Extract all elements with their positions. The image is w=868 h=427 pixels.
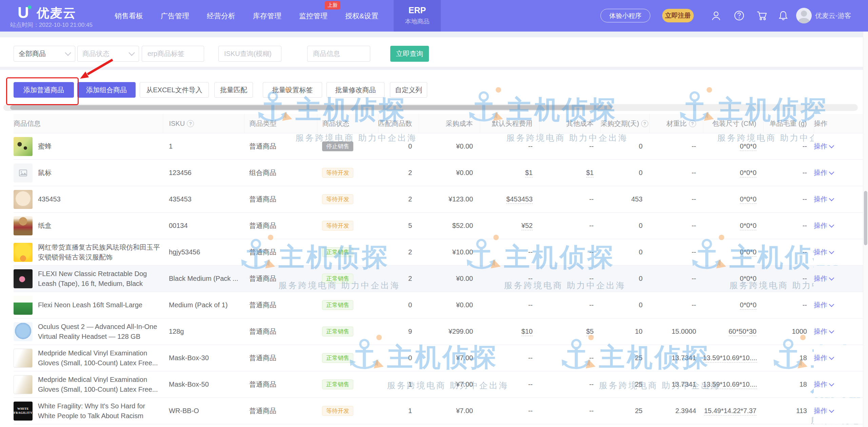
import-excel-button[interactable]: 从EXCEL文件导入 [140, 82, 209, 98]
nav-item-0[interactable]: 销售看板 [115, 11, 143, 21]
other-cost[interactable]: $1 [586, 169, 594, 177]
lead-time: 453 [631, 195, 643, 203]
product-info-input[interactable] [312, 50, 365, 58]
column-header-label: 商品类型 [250, 119, 277, 128]
info-icon[interactable]: ? [187, 120, 194, 127]
product-image: WHITE FRAGILITY [14, 402, 33, 421]
action-menu[interactable]: 操作 [814, 248, 833, 257]
first-leg-fee: -- [528, 354, 533, 362]
search-button[interactable]: 立即查询 [390, 46, 429, 62]
bell-icon[interactable] [778, 10, 789, 21]
package-size[interactable]: 60*50*30 [729, 328, 756, 336]
trial-mini-program-button[interactable]: 体验小程序 [600, 9, 650, 22]
action-menu[interactable]: 操作 [814, 168, 833, 177]
action-menu[interactable]: 操作 [814, 195, 833, 204]
batch-match-button[interactable]: 批量匹配 [214, 82, 253, 98]
first-leg-fee[interactable]: $10 [521, 328, 533, 336]
weight-ratio: 15.0000 [672, 328, 696, 335]
batch-edit-button[interactable]: 批量修改商品 [327, 82, 384, 98]
table-row: Flexi Neon Leash 16ft Small-LargeMedium … [14, 292, 863, 318]
action-label: 操作 [814, 274, 827, 283]
product-type: 普通商品 [249, 248, 276, 256]
customer-service-icon[interactable] [711, 10, 722, 21]
status-badge: 正常销售 [322, 274, 353, 284]
first-leg-fee[interactable]: ¥52 [521, 222, 533, 230]
nav-item-3[interactable]: 库存管理 [253, 11, 281, 21]
v-scrollbar-thumb[interactable] [864, 191, 867, 245]
nav-item-4[interactable]: 监控管理上新 [299, 11, 328, 21]
action-menu[interactable]: 操作 [814, 221, 833, 230]
nav-item-2[interactable]: 经营分析 [207, 11, 235, 21]
lead-time: 0 [639, 169, 643, 176]
avatar[interactable] [796, 8, 812, 23]
first-leg-fee[interactable]: $453453 [506, 195, 533, 204]
batch-tag-button[interactable]: 批量设置标签 [263, 82, 322, 98]
package-size[interactable]: 0*0*0 [740, 195, 756, 204]
column-header-10: 包装尺寸 (CM) [703, 114, 763, 133]
package-size[interactable]: 0*0*0 [740, 301, 756, 310]
package-size[interactable]: 15.49*14.22*7.37 [704, 407, 756, 415]
logo-dot-icon [28, 5, 32, 9]
match-count: 1 [408, 407, 412, 414]
status-select[interactable]: 商品状态 [77, 46, 139, 62]
add-combo-product-button[interactable]: 添加组合商品 [77, 82, 136, 98]
h-scrollbar-thumb[interactable] [10, 105, 612, 110]
user-name[interactable]: 优麦云-游客 [815, 11, 851, 20]
lead-time: 0 [639, 222, 643, 229]
package-size[interactable]: 13.59*10.69*10.... [703, 354, 757, 363]
other-cost: -- [589, 301, 594, 309]
category-select[interactable]: 全部商品 [14, 46, 75, 62]
first-leg-fee: -- [528, 275, 533, 282]
weight-ratio: 2.3944 [675, 407, 696, 414]
nav-item-label: 广告管理 [161, 12, 189, 20]
column-header-label: 匹配商品数 [378, 119, 412, 128]
help-icon[interactable] [734, 10, 745, 21]
package-size[interactable]: 0*0*0 [740, 222, 756, 230]
action-menu[interactable]: 操作 [814, 300, 833, 310]
register-button[interactable]: 立即注册 [662, 9, 694, 22]
package-size[interactable]: 0*0*0 [740, 142, 756, 151]
info-icon[interactable]: ? [689, 120, 696, 127]
product-image [14, 269, 33, 288]
package-size[interactable]: 0*0*0 [740, 169, 756, 177]
status-badge: 等待开发 [322, 168, 353, 178]
package-size[interactable]: 0*0*0 [740, 248, 756, 257]
first-leg-fee[interactable]: $1 [525, 169, 533, 177]
table-row: Medpride Medical Vinyl Examination Glove… [14, 371, 863, 398]
custom-columns-button[interactable]: 自定义列 [390, 82, 427, 98]
action-menu[interactable]: 操作 [814, 327, 833, 336]
tab-erp[interactable]: ERP 本地商品 [394, 0, 441, 32]
action-label: 操作 [814, 327, 827, 336]
action-menu[interactable]: 操作 [814, 274, 833, 283]
action-menu[interactable]: 操作 [814, 406, 833, 415]
add-normal-product-button[interactable]: 添加普通商品 [14, 82, 74, 98]
action-label: 操作 [814, 406, 827, 415]
isku-value: 123456 [169, 169, 192, 176]
action-menu[interactable]: 操作 [814, 380, 833, 389]
other-cost[interactable]: $5 [586, 328, 594, 336]
product-title: 网红带货直播复古民族风珐琅仿和田玉平安锁锁骨链古装汉服配饰 [38, 244, 160, 261]
product-cell: Medpride Medical Vinyl Examination Glove… [14, 375, 163, 394]
logo-text: 优麦云 [37, 5, 76, 22]
action-menu[interactable]: 操作 [814, 353, 833, 363]
page: U 优麦云 站点时间：2022-10-10 21:00:45 销售看板广告管理经… [0, 0, 868, 427]
action-menu[interactable]: 操作 [814, 142, 833, 151]
package-size[interactable]: 13.59*10.69*10.... [703, 381, 757, 389]
category-select-value: 全部商品 [19, 49, 66, 58]
product-cell: FLEXI New Classic Retractable Dog Leash … [14, 269, 163, 289]
column-header-9: 材重比? [649, 114, 703, 133]
chevron-down-icon [829, 355, 834, 360]
package-size[interactable]: 0*0*0 [740, 275, 756, 283]
info-icon[interactable]: ? [641, 120, 648, 127]
nav-item-1[interactable]: 广告管理 [161, 11, 189, 21]
purchase-cost: ¥10.00 [452, 248, 473, 256]
weight-ratio: -- [692, 169, 696, 176]
action-label: 操作 [814, 353, 827, 363]
isku-input[interactable] [223, 50, 276, 58]
cart-icon[interactable] [756, 10, 767, 21]
purchase-cost: ¥0.00 [456, 301, 473, 309]
tag-input[interactable] [147, 50, 199, 58]
nav-item-5[interactable]: 授权&设置 [345, 11, 378, 21]
table-header-row: 商品信息ISKU?商品类型商品状态匹配商品数采购成本默认头程费用其他成本采购交期… [14, 114, 863, 133]
status-badge: 等待开发 [322, 194, 353, 204]
